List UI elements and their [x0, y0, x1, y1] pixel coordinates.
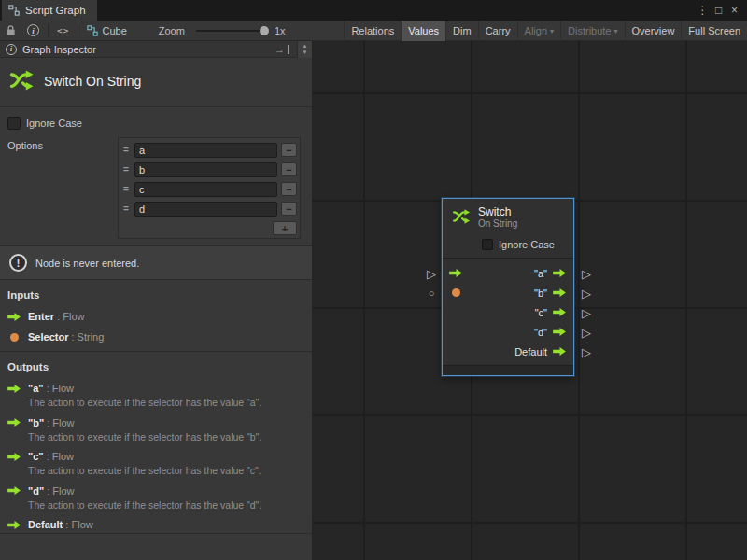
zoom-slider-thumb[interactable]	[260, 26, 269, 35]
ignore-case-checkbox[interactable]	[482, 239, 493, 250]
switch-on-string-node[interactable]: Switch On String Ignore Case "a"	[442, 198, 574, 376]
drag-handle-icon[interactable]: =	[121, 184, 131, 194]
flow-port-icon	[7, 485, 21, 496]
drag-handle-icon[interactable]: =	[121, 164, 131, 175]
port-description: The action to execute if the selector ha…	[28, 499, 304, 511]
graph-icon	[8, 5, 20, 16]
scroll-up-icon: ▲	[303, 43, 308, 49]
node-ports: "a" "b"	[443, 259, 573, 365]
connection-triangle-icon[interactable]: ▷	[582, 327, 591, 339]
input-port-row: Selector : String	[0, 330, 312, 343]
ignore-case-row: Ignore Case	[7, 116, 304, 131]
toolbar-separator	[48, 24, 49, 36]
connection-triangle-icon[interactable]: ▷	[427, 268, 436, 280]
ignore-case-label: Ignore Case	[26, 118, 82, 129]
script-graph-window: Script Graph ⋮ □ × i <> Cube Zoom	[0, 0, 747, 560]
fullscreen-button[interactable]: Full Screen	[681, 21, 747, 41]
connection-triangle-icon[interactable]: ▷	[582, 307, 591, 319]
node-footer	[443, 365, 573, 375]
titlebar: Script Graph ⋮ □ ×	[0, 0, 747, 21]
output-port-label: "b"	[534, 287, 547, 299]
option-input[interactable]	[134, 162, 277, 177]
output-port-row: "d" : Flow	[0, 484, 312, 497]
output-port-row: "c" : Flow	[0, 450, 312, 463]
node-header[interactable]: Switch On String	[443, 199, 573, 235]
relations-button[interactable]: Relations	[344, 21, 401, 41]
maximize-icon[interactable]: □	[711, 1, 726, 20]
drag-handle-icon[interactable]: =	[121, 203, 131, 214]
values-button[interactable]: Values	[401, 21, 445, 41]
code-view-button[interactable]: <>	[51, 21, 75, 40]
output-port-label: "a"	[534, 268, 547, 279]
enter-port-icon[interactable]	[449, 268, 463, 278]
overview-button[interactable]: Overview	[625, 21, 682, 41]
connection-triangle-icon[interactable]: ▷	[582, 268, 591, 280]
connection-triangle-icon[interactable]: ▷	[582, 346, 591, 358]
close-icon[interactable]: ×	[726, 1, 742, 20]
external-left-ports: ▷ ○	[425, 264, 438, 303]
options-section: Options = − = − = − =	[7, 137, 301, 239]
window-controls: ⋮ □ ×	[695, 1, 747, 20]
add-option-button[interactable]: +	[273, 221, 297, 235]
warning-box: ! Node is never entered.	[0, 245, 312, 280]
output-port-row: Default : Flow	[0, 518, 312, 531]
remove-option-button[interactable]: −	[281, 202, 297, 216]
switch-icon	[451, 206, 472, 229]
align-dropdown[interactable]: Align▾	[517, 21, 560, 41]
output-port-row: "a" : Flow	[0, 382, 312, 395]
flow-port-icon	[7, 452, 21, 462]
flow-port-icon	[7, 312, 21, 322]
selector-port-icon[interactable]	[452, 288, 460, 297]
port-description: The action to execute if the selector ha…	[28, 465, 304, 477]
flow-port-icon	[7, 384, 21, 394]
options-list: = − = − = − = −	[118, 137, 301, 239]
zoom-slider[interactable]	[196, 30, 269, 32]
flow-port-icon[interactable]	[553, 307, 567, 317]
value-port-icon	[10, 333, 19, 342]
scroll-down-icon: ▼	[303, 49, 308, 56]
unit-title: Switch On String	[44, 74, 141, 89]
port-description: The action to execute if the selector ha…	[28, 397, 304, 409]
tab-script-graph[interactable]: Script Graph	[2, 0, 97, 21]
output-port-label: "c"	[535, 307, 547, 318]
option-input[interactable]	[134, 182, 277, 197]
port-description: The action to execute if the selector ha…	[28, 431, 304, 443]
option-input[interactable]	[134, 202, 277, 217]
output-port-label: "d"	[534, 327, 547, 338]
connection-circle-icon[interactable]: ○	[429, 288, 435, 299]
flow-port-icon[interactable]	[553, 346, 567, 357]
remove-option-button[interactable]: −	[281, 182, 297, 196]
graph-inspector-panel: i Graph Inspector → ▲ ▼	[0, 41, 313, 560]
flow-port-icon[interactable]	[553, 327, 567, 337]
zoom-value: 1x	[275, 25, 286, 36]
drag-handle-icon[interactable]: =	[121, 145, 131, 155]
flow-port-icon[interactable]	[553, 268, 567, 278]
window-menu-icon[interactable]: ⋮	[695, 1, 711, 20]
remove-option-button[interactable]: −	[281, 143, 297, 157]
ignore-case-checkbox[interactable]	[7, 117, 21, 130]
toolbar-separator	[78, 24, 78, 36]
info-icon: i	[27, 24, 39, 36]
inspector-toggle-button[interactable]: i	[21, 21, 45, 40]
graph-canvas[interactable]: ▷ ○ ▷ ▷ ▷ ▷ ▷	[313, 41, 747, 560]
ignore-case-label: Ignore Case	[499, 239, 555, 250]
output-port-row: "b" : Flow	[0, 416, 312, 429]
warning-text: Node is never entered.	[35, 258, 139, 269]
dim-button[interactable]: Dim	[445, 21, 478, 41]
option-item: = −	[121, 160, 297, 179]
flow-port-icon[interactable]	[553, 287, 567, 298]
toolbar-toggle-group: Relations Values Dim Carry Align▾ Distri…	[344, 21, 747, 41]
warning-icon: !	[9, 254, 27, 272]
carry-button[interactable]: Carry	[478, 21, 517, 41]
connection-triangle-icon[interactable]: ▷	[582, 287, 591, 300]
graph-breadcrumb[interactable]: Cube	[81, 21, 132, 40]
option-input[interactable]	[134, 143, 277, 158]
tab-label: Script Graph	[25, 5, 86, 16]
dock-icon[interactable]: →	[275, 45, 289, 54]
outputs-header: Outputs	[0, 352, 312, 374]
distribute-dropdown[interactable]: Distribute▾	[560, 21, 624, 41]
option-item: = −	[121, 179, 297, 199]
remove-option-button[interactable]: −	[281, 162, 297, 176]
lock-button[interactable]	[0, 21, 21, 40]
panel-scroll-arrows[interactable]: ▲ ▼	[297, 41, 312, 58]
